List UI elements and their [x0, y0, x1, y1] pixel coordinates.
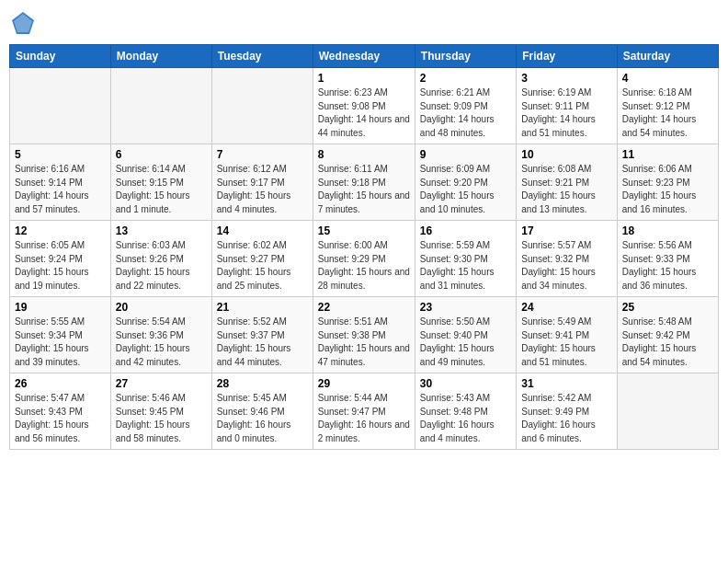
- calendar-cell: 20Sunrise: 5:54 AMSunset: 9:36 PMDayligh…: [110, 297, 211, 373]
- day-number: 27: [116, 377, 207, 390]
- weekday-header: Saturday: [617, 45, 718, 68]
- day-number: 10: [521, 148, 611, 161]
- calendar-cell: 30Sunrise: 5:43 AMSunset: 9:48 PMDayligh…: [415, 373, 516, 450]
- day-number: 26: [15, 377, 106, 390]
- calendar-cell: 14Sunrise: 6:02 AMSunset: 9:27 PMDayligh…: [211, 221, 313, 297]
- day-number: 3: [521, 72, 611, 85]
- day-info: Sunrise: 5:43 AMSunset: 9:48 PMDaylight:…: [420, 392, 511, 445]
- day-number: 7: [217, 148, 308, 161]
- calendar-cell: 26Sunrise: 5:47 AMSunset: 9:43 PMDayligh…: [10, 373, 111, 450]
- day-info: Sunrise: 6:19 AMSunset: 9:11 PMDaylight:…: [521, 86, 611, 140]
- day-number: 17: [521, 224, 611, 237]
- calendar-cell: 25Sunrise: 5:48 AMSunset: 9:42 PMDayligh…: [617, 297, 718, 373]
- day-number: 25: [622, 301, 713, 314]
- calendar-cell: 16Sunrise: 5:59 AMSunset: 9:30 PMDayligh…: [415, 221, 516, 297]
- calendar-cell: 18Sunrise: 5:56 AMSunset: 9:33 PMDayligh…: [617, 221, 718, 297]
- day-info: Sunrise: 6:09 AMSunset: 9:20 PMDaylight:…: [420, 163, 511, 216]
- day-info: Sunrise: 6:06 AMSunset: 9:23 PMDaylight:…: [622, 163, 713, 216]
- calendar-cell: 8Sunrise: 6:11 AMSunset: 9:18 PMDaylight…: [313, 144, 415, 221]
- day-number: 2: [420, 72, 511, 85]
- calendar-cell: 13Sunrise: 6:03 AMSunset: 9:26 PMDayligh…: [110, 221, 211, 297]
- calendar-cell: [617, 373, 718, 450]
- day-number: 12: [15, 224, 106, 237]
- page-header: [9, 9, 719, 37]
- calendar-cell: 23Sunrise: 5:50 AMSunset: 9:40 PMDayligh…: [415, 297, 516, 373]
- calendar-cell: 17Sunrise: 5:57 AMSunset: 9:32 PMDayligh…: [517, 221, 617, 297]
- day-info: Sunrise: 6:14 AMSunset: 9:15 PMDaylight:…: [116, 163, 207, 216]
- day-info: Sunrise: 6:00 AMSunset: 9:29 PMDaylight:…: [318, 239, 410, 293]
- day-number: 9: [420, 148, 511, 161]
- calendar-table: SundayMondayTuesdayWednesdayThursdayFrid…: [9, 44, 719, 450]
- calendar-cell: 2Sunrise: 6:21 AMSunset: 9:09 PMDaylight…: [415, 68, 516, 144]
- calendar-cell: 9Sunrise: 6:09 AMSunset: 9:20 PMDaylight…: [415, 144, 516, 221]
- day-info: Sunrise: 5:42 AMSunset: 9:49 PMDaylight:…: [521, 392, 611, 445]
- weekday-header: Thursday: [415, 45, 516, 68]
- day-info: Sunrise: 6:11 AMSunset: 9:18 PMDaylight:…: [318, 163, 410, 216]
- svg-marker-1: [14, 14, 32, 32]
- day-number: 18: [622, 224, 713, 237]
- day-info: Sunrise: 5:44 AMSunset: 9:47 PMDaylight:…: [318, 392, 410, 445]
- day-info: Sunrise: 6:02 AMSunset: 9:27 PMDaylight:…: [217, 239, 308, 293]
- day-number: 24: [521, 301, 611, 314]
- day-info: Sunrise: 5:55 AMSunset: 9:34 PMDaylight:…: [15, 316, 106, 369]
- day-number: 11: [622, 148, 713, 161]
- day-info: Sunrise: 5:45 AMSunset: 9:46 PMDaylight:…: [217, 392, 308, 445]
- day-info: Sunrise: 5:54 AMSunset: 9:36 PMDaylight:…: [116, 316, 207, 369]
- logo: [9, 9, 40, 37]
- calendar-week-row: 1Sunrise: 6:23 AMSunset: 9:08 PMDaylight…: [10, 68, 719, 144]
- day-number: 13: [116, 224, 207, 237]
- day-info: Sunrise: 5:51 AMSunset: 9:38 PMDaylight:…: [318, 316, 410, 369]
- calendar-cell: 22Sunrise: 5:51 AMSunset: 9:38 PMDayligh…: [313, 297, 415, 373]
- calendar-cell: 12Sunrise: 6:05 AMSunset: 9:24 PMDayligh…: [10, 221, 111, 297]
- calendar-cell: [10, 68, 111, 144]
- day-number: 5: [15, 148, 106, 161]
- calendar-cell: 15Sunrise: 6:00 AMSunset: 9:29 PMDayligh…: [313, 221, 415, 297]
- day-number: 6: [116, 148, 207, 161]
- day-number: 8: [318, 148, 410, 161]
- calendar-cell: 3Sunrise: 6:19 AMSunset: 9:11 PMDaylight…: [517, 68, 617, 144]
- calendar-cell: 24Sunrise: 5:49 AMSunset: 9:41 PMDayligh…: [517, 297, 617, 373]
- day-number: 21: [217, 301, 308, 314]
- day-number: 30: [420, 377, 511, 390]
- calendar-cell: 10Sunrise: 6:08 AMSunset: 9:21 PMDayligh…: [517, 144, 617, 221]
- day-number: 1: [318, 72, 410, 85]
- day-number: 19: [15, 301, 106, 314]
- weekday-header: Friday: [517, 45, 617, 68]
- calendar-cell: 28Sunrise: 5:45 AMSunset: 9:46 PMDayligh…: [211, 373, 313, 450]
- calendar-cell: 19Sunrise: 5:55 AMSunset: 9:34 PMDayligh…: [10, 297, 111, 373]
- calendar-cell: 4Sunrise: 6:18 AMSunset: 9:12 PMDaylight…: [617, 68, 718, 144]
- day-info: Sunrise: 5:50 AMSunset: 9:40 PMDaylight:…: [420, 316, 511, 369]
- weekday-header: Sunday: [10, 45, 111, 68]
- day-info: Sunrise: 5:52 AMSunset: 9:37 PMDaylight:…: [217, 316, 308, 369]
- day-info: Sunrise: 6:18 AMSunset: 9:12 PMDaylight:…: [622, 86, 713, 140]
- calendar-cell: 7Sunrise: 6:12 AMSunset: 9:17 PMDaylight…: [211, 144, 313, 221]
- calendar-cell: [211, 68, 313, 144]
- calendar-cell: 29Sunrise: 5:44 AMSunset: 9:47 PMDayligh…: [313, 373, 415, 450]
- day-info: Sunrise: 5:46 AMSunset: 9:45 PMDaylight:…: [116, 392, 207, 445]
- weekday-header: Wednesday: [313, 45, 415, 68]
- day-info: Sunrise: 5:48 AMSunset: 9:42 PMDaylight:…: [622, 316, 713, 369]
- day-info: Sunrise: 5:49 AMSunset: 9:41 PMDaylight:…: [521, 316, 611, 369]
- day-info: Sunrise: 6:16 AMSunset: 9:14 PMDaylight:…: [15, 163, 106, 216]
- weekday-header: Tuesday: [211, 45, 313, 68]
- day-number: 28: [217, 377, 308, 390]
- calendar-cell: 21Sunrise: 5:52 AMSunset: 9:37 PMDayligh…: [211, 297, 313, 373]
- day-info: Sunrise: 6:12 AMSunset: 9:17 PMDaylight:…: [217, 163, 308, 216]
- day-info: Sunrise: 6:08 AMSunset: 9:21 PMDaylight:…: [521, 163, 611, 216]
- day-number: 16: [420, 224, 511, 237]
- day-number: 14: [217, 224, 308, 237]
- calendar-cell: 31Sunrise: 5:42 AMSunset: 9:49 PMDayligh…: [517, 373, 617, 450]
- day-info: Sunrise: 6:03 AMSunset: 9:26 PMDaylight:…: [116, 239, 207, 293]
- logo-icon: [9, 9, 37, 37]
- calendar-cell: 1Sunrise: 6:23 AMSunset: 9:08 PMDaylight…: [313, 68, 415, 144]
- calendar-week-row: 19Sunrise: 5:55 AMSunset: 9:34 PMDayligh…: [10, 297, 719, 373]
- calendar-cell: 5Sunrise: 6:16 AMSunset: 9:14 PMDaylight…: [10, 144, 111, 221]
- day-number: 31: [521, 377, 611, 390]
- day-info: Sunrise: 5:59 AMSunset: 9:30 PMDaylight:…: [420, 239, 511, 293]
- calendar-cell: 27Sunrise: 5:46 AMSunset: 9:45 PMDayligh…: [110, 373, 211, 450]
- calendar-cell: [110, 68, 211, 144]
- calendar-week-row: 5Sunrise: 6:16 AMSunset: 9:14 PMDaylight…: [10, 144, 719, 221]
- day-info: Sunrise: 6:23 AMSunset: 9:08 PMDaylight:…: [318, 86, 410, 140]
- day-info: Sunrise: 6:05 AMSunset: 9:24 PMDaylight:…: [15, 239, 106, 293]
- calendar-week-row: 12Sunrise: 6:05 AMSunset: 9:24 PMDayligh…: [10, 221, 719, 297]
